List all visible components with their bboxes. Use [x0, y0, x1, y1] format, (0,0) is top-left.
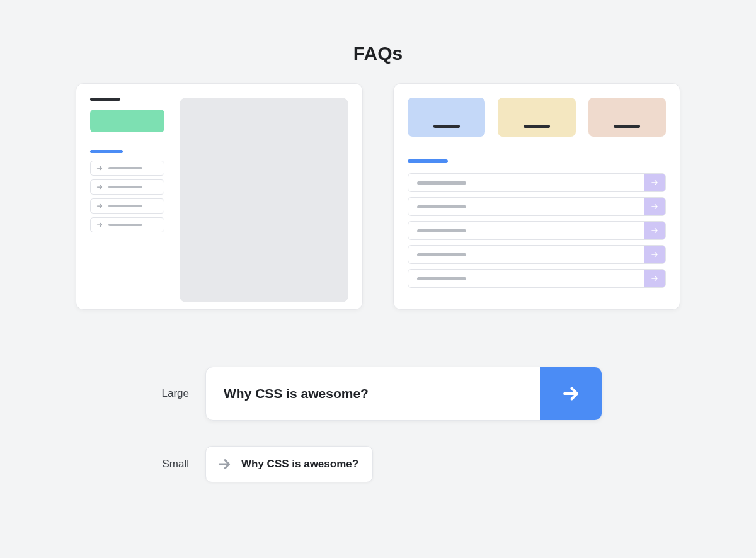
- arrow-right-icon: [650, 202, 659, 211]
- arrow-right-icon: [560, 383, 581, 404]
- mock-tab: [498, 98, 575, 137]
- faq-item-large[interactable]: Why CSS is awesome?: [205, 367, 602, 421]
- mock-title-stub: [90, 98, 120, 101]
- mock-tab: [408, 98, 485, 137]
- example-large-row: Large Why CSS is awesome?: [149, 367, 602, 421]
- example-label: Small: [149, 458, 189, 470]
- arrow-right-icon: [96, 221, 103, 229]
- faq-open-button[interactable]: [540, 367, 602, 420]
- faq-question-text: Why CSS is awesome?: [241, 458, 358, 470]
- mock-faq-row: [408, 221, 666, 240]
- mock-arrow-button: [644, 270, 665, 287]
- mock-content-area: [180, 98, 348, 302]
- arrow-right-icon: [650, 250, 659, 259]
- faq-item-small[interactable]: Why CSS is awesome?: [205, 446, 373, 482]
- preview-tabs-layout: [393, 83, 680, 310]
- page-title: FAQs: [0, 43, 756, 64]
- examples-section: Large Why CSS is awesome? Small Why CSS …: [0, 367, 756, 482]
- mock-faq-item: [90, 217, 164, 232]
- example-small-row: Small Why CSS is awesome?: [149, 446, 373, 482]
- preview-sidebar-layout: [76, 83, 363, 310]
- mock-faq-row: [408, 173, 666, 192]
- mock-faq-row: [408, 245, 666, 264]
- mock-tabs: [408, 98, 666, 137]
- faq-question-text: Why CSS is awesome?: [206, 386, 540, 401]
- arrow-right-icon: [96, 202, 103, 210]
- mock-faq-item: [90, 198, 164, 214]
- arrow-right-icon: [650, 274, 659, 283]
- arrow-right-icon: [650, 226, 659, 235]
- example-label: Large: [149, 387, 189, 400]
- arrow-right-icon: [216, 456, 232, 472]
- mock-faq-row: [408, 197, 666, 216]
- mock-section-label: [90, 150, 123, 153]
- mock-faq-item: [90, 179, 164, 195]
- mock-tab: [588, 98, 666, 137]
- mock-arrow-button: [644, 246, 665, 263]
- mock-faq-item: [90, 161, 164, 176]
- mock-section-label: [408, 159, 448, 163]
- mock-faq-row: [408, 269, 666, 288]
- mock-arrow-button: [644, 198, 665, 215]
- arrow-right-icon: [96, 183, 103, 191]
- arrow-right-icon: [96, 164, 103, 172]
- preview-row: [0, 83, 756, 310]
- mock-arrow-button: [644, 174, 665, 191]
- mock-primary-button: [90, 110, 164, 132]
- arrow-right-icon: [650, 178, 659, 187]
- mock-sidebar: [90, 98, 164, 295]
- mock-arrow-button: [644, 222, 665, 239]
